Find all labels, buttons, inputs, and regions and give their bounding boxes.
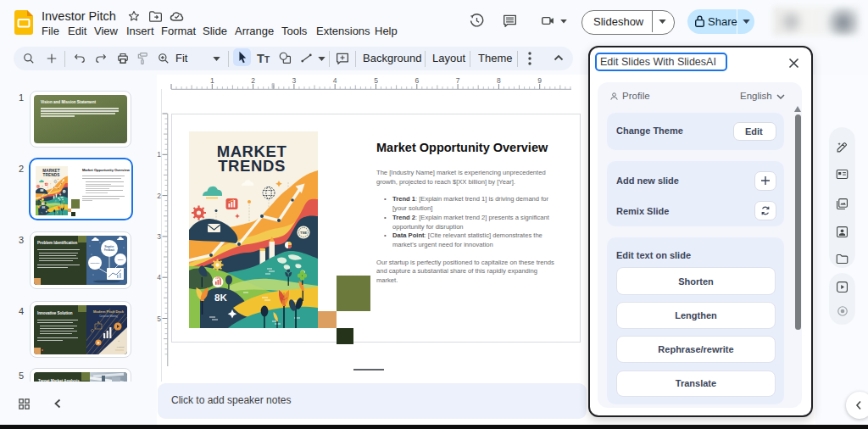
svg-text:Target: Target <box>118 259 124 260</box>
svg-text:2: 2 <box>251 76 255 85</box>
svg-text:4: 4 <box>333 76 337 85</box>
svg-text:In persona: In persona <box>117 346 125 348</box>
svg-text:2: 2 <box>157 192 161 200</box>
svg-text:TRENDS: TRENDS <box>218 157 286 175</box>
svg-text:3: 3 <box>292 76 297 85</box>
svg-text:10%: 10% <box>215 276 220 280</box>
svg-text:4: 4 <box>157 273 161 281</box>
svg-text:5: 5 <box>374 76 378 85</box>
svg-text:6: 6 <box>415 76 419 85</box>
svg-text:3: 3 <box>157 232 161 241</box>
svg-text:7: 7 <box>456 76 460 85</box>
svg-text:TSE: TSE <box>300 231 307 235</box>
svg-text:Ineffective: Ineffective <box>91 262 101 264</box>
svg-text:8: 8 <box>497 76 501 85</box>
svg-text:1: 1 <box>157 150 161 159</box>
svg-text:9: 9 <box>537 76 542 85</box>
svg-text:Feedback: Feedback <box>104 248 115 252</box>
svg-text:8K: 8K <box>214 292 227 303</box>
svg-text:5: 5 <box>157 315 161 323</box>
svg-text:Corporate Meeting: Corporate Meeting <box>99 315 118 318</box>
svg-text:1: 1 <box>210 76 214 85</box>
svg-text:Negative: Negative <box>105 245 114 248</box>
svg-text:Modern Pitch Deck: Modern Pitch Deck <box>93 309 125 314</box>
